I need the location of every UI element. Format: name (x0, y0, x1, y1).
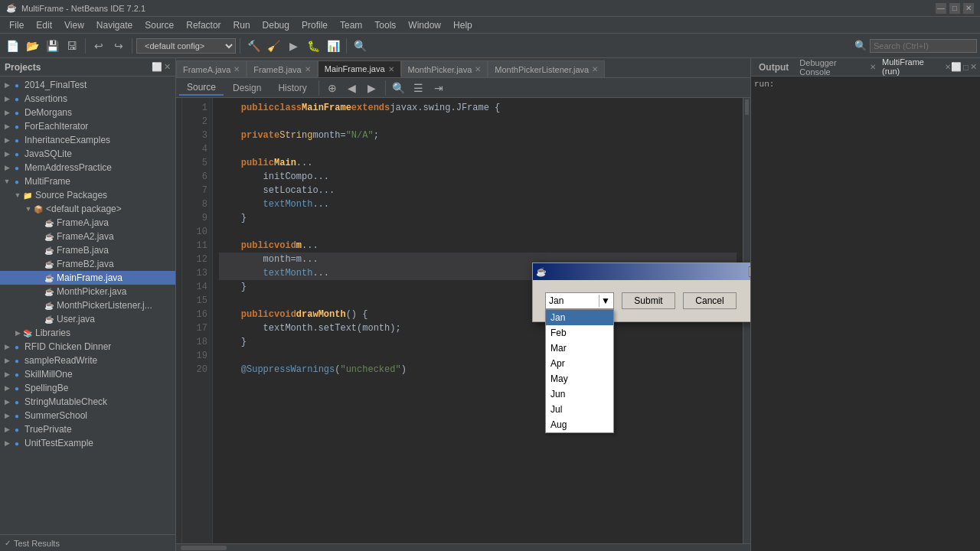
month-option-jun[interactable]: Jun (546, 386, 613, 402)
tab-multiframe-run[interactable]: MultiFrame (run) (876, 56, 943, 79)
tree-item-foreachiterator[interactable]: ▶ ● ForEachIterator (0, 119, 175, 133)
menu-help[interactable]: Help (447, 18, 479, 32)
prev-bookmark-button[interactable]: ◀ (343, 79, 361, 97)
debugger-tab-close[interactable]: ✕ (870, 63, 876, 71)
menu-navigate[interactable]: Navigate (90, 18, 139, 32)
tree-item-samplereadwrite[interactable]: ▶ ● sampleReadWrite (0, 354, 175, 367)
undo-button[interactable]: ↩ (90, 37, 108, 55)
design-tab-button[interactable]: Design (225, 81, 269, 95)
tab-close-monthpickerlistener[interactable]: ✕ (592, 65, 598, 73)
tree-item-framea[interactable]: ☕ FrameA.java (0, 216, 175, 230)
minimize-panel-button[interactable]: ⬜ (152, 62, 162, 72)
tab-debugger-console[interactable]: Debugger Console (793, 57, 868, 78)
month-option-mar[interactable]: Mar (546, 341, 613, 356)
menu-source[interactable]: Source (139, 18, 180, 32)
close-button[interactable]: ✕ (963, 3, 974, 14)
redo-button[interactable]: ↪ (109, 37, 128, 55)
menu-profile[interactable]: Profile (296, 18, 334, 32)
tree-item-stringmutablecheck[interactable]: ▶ ● StringMutableCheck (0, 395, 175, 409)
month-option-jul[interactable]: Jul (546, 402, 613, 417)
next-bookmark-button[interactable]: ▶ (363, 79, 381, 97)
month-option-aug[interactable]: Aug (546, 417, 613, 432)
tree-item-demorgans[interactable]: ▶ ● DeMorgans (0, 106, 175, 119)
tree-item-inheritanceexamples[interactable]: ▶ ● InheritanceExamples (0, 133, 175, 147)
toggle-bookmarks-button[interactable]: ⊕ (323, 79, 341, 97)
close-panel-button[interactable]: ✕ (164, 62, 171, 72)
minimize-button[interactable]: — (936, 3, 946, 14)
tree-item-rfid[interactable]: ▶ ● RFID Chicken Dinner (0, 340, 175, 354)
menu-run[interactable]: Run (227, 18, 256, 32)
month-option-may[interactable]: May (546, 371, 613, 386)
month-combo[interactable]: Jan ▼ (545, 292, 614, 309)
indent-button[interactable]: ⇥ (430, 79, 448, 97)
tree-item-multiframe[interactable]: ▼ ● MultiFrame (0, 174, 175, 188)
search-input[interactable] (870, 39, 977, 53)
tab-framea[interactable]: FrameA.java ✕ (176, 60, 247, 77)
code-editor[interactable]: 1 2 3 4 5 6 7 8 9 10 11 12 13 14 15 16 1… (176, 98, 750, 543)
tab-close-frameb[interactable]: ✕ (305, 65, 311, 73)
tree-item-trueprivate[interactable]: ▶ ● TruePrivate (0, 422, 175, 436)
output-close-button[interactable]: ✕ (970, 62, 977, 72)
tree-item-libraries[interactable]: ▶ 📚 Libraries (0, 326, 175, 340)
output-maximize-button[interactable]: □ (963, 62, 969, 72)
open-button[interactable]: 📂 (23, 37, 41, 55)
menu-tools[interactable]: Tools (368, 18, 402, 32)
history-tab-button[interactable]: History (270, 81, 314, 95)
tree-item-monthpicker[interactable]: ☕ MonthPicker.java (0, 285, 175, 298)
month-option-apr[interactable]: Apr (546, 356, 613, 371)
month-option-jan[interactable]: Jan (546, 310, 613, 325)
menu-team[interactable]: Team (334, 18, 368, 32)
config-dropdown[interactable]: <default config> (136, 38, 236, 54)
build-button[interactable]: 🔨 (244, 37, 263, 55)
menu-file[interactable]: File (3, 18, 30, 32)
menu-window[interactable]: Window (402, 18, 447, 32)
source-tab-button[interactable]: Source (179, 80, 224, 96)
output-minimize-button[interactable]: ⬜ (951, 62, 962, 72)
tree-item-memaddresspractice[interactable]: ▶ ● MemAddressPractice (0, 161, 175, 174)
tab-close-monthpicker[interactable]: ✕ (475, 65, 481, 73)
tab-frameb[interactable]: FrameB.java ✕ (247, 60, 317, 77)
tab-monthpickerlistener[interactable]: MonthPickerListener.java ✕ (488, 60, 605, 77)
search-in-file-button[interactable]: 🔍 (390, 79, 408, 97)
tree-item-2014finaltest[interactable]: ▶ ● 2014_FinalTest (0, 78, 175, 92)
tab-close-mainframe[interactable]: ✕ (388, 65, 394, 73)
toggle-comments-button[interactable]: ☰ (410, 79, 428, 97)
maximize-button[interactable]: □ (949, 3, 960, 14)
new-file-button[interactable]: 📄 (3, 37, 21, 55)
tree-item-default-package[interactable]: ▼ 📦 <default package> (0, 202, 175, 216)
tree-item-unittestexample[interactable]: ▶ ● UnitTestExample (0, 436, 175, 450)
cancel-button[interactable]: Cancel (683, 292, 737, 309)
search-button[interactable]: 🔍 (351, 37, 369, 55)
dialog-minimize-button[interactable]: — (749, 266, 750, 277)
tree-item-user[interactable]: ☕ User.java (0, 312, 175, 326)
h-scrollbar-thumb[interactable] (181, 546, 227, 550)
tree-item-frameb2[interactable]: ☕ FrameB2.java (0, 257, 175, 271)
tree-item-frameb[interactable]: ☕ FrameB.java (0, 243, 175, 257)
clean-build-button[interactable]: 🧹 (264, 37, 283, 55)
combo-arrow[interactable]: ▼ (599, 295, 610, 307)
menu-debug[interactable]: Debug (256, 18, 296, 32)
save-all-button[interactable]: 🖫 (63, 37, 81, 55)
tree-item-summerschool[interactable]: ▶ ● SummerSchool (0, 409, 175, 422)
profile-button[interactable]: 📊 (324, 37, 342, 55)
tree-item-javasqlite[interactable]: ▶ ● JavaSQLite (0, 147, 175, 161)
horizontal-scrollbar[interactable] (176, 543, 750, 551)
month-option-feb[interactable]: Feb (546, 325, 613, 341)
debug-button[interactable]: 🐛 (304, 37, 322, 55)
multiframe-run-tab-close[interactable]: ✕ (945, 63, 951, 71)
tree-item-monthpickerlistener[interactable]: ☕ MonthPickerListener.j... (0, 298, 175, 312)
save-button[interactable]: 💾 (43, 37, 61, 55)
tree-item-framea2[interactable]: ☕ FrameA2.java (0, 230, 175, 243)
tree-item-assertions[interactable]: ▶ ● Assertions (0, 92, 175, 106)
project-tree[interactable]: ▶ ● 2014_FinalTest ▶ ● Assertions ▶ ● De… (0, 77, 175, 534)
tree-item-source-packages[interactable]: ▼ 📁 Source Packages (0, 188, 175, 202)
tree-item-skillmillone[interactable]: ▶ ● SkillMillOne (0, 367, 175, 381)
tab-mainframe[interactable]: MainFrame.java ✕ (318, 60, 401, 77)
tree-item-spellingbe[interactable]: ▶ ● SpellingBe (0, 381, 175, 395)
tree-item-mainframe[interactable]: ☕ MainFrame.java (0, 271, 175, 285)
menu-view[interactable]: View (58, 18, 90, 32)
menu-refactor[interactable]: Refactor (180, 18, 227, 32)
tab-monthpicker[interactable]: MonthPicker.java ✕ (401, 60, 488, 77)
month-picker-dialog[interactable]: ☕ — □ ✕ Jan ▼ (532, 262, 750, 322)
run-button[interactable]: ▶ (284, 37, 302, 55)
